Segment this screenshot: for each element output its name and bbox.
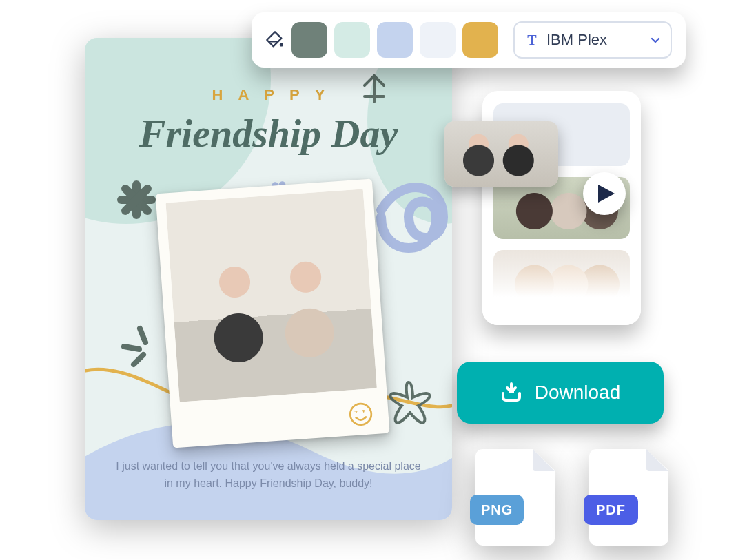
download-label: Download: [535, 382, 621, 404]
dragged-photo-thumb[interactable]: [444, 121, 558, 187]
download-icon: [500, 382, 522, 403]
color-swatch-2[interactable]: [334, 22, 370, 58]
export-format-pdf[interactable]: PDF: [589, 449, 668, 546]
media-thumb-group-2[interactable]: [493, 250, 630, 313]
download-button[interactable]: Download: [457, 362, 664, 424]
chevron-down-icon: [650, 34, 661, 45]
png-badge: PNG: [470, 495, 524, 525]
svg-line-8: [134, 355, 143, 364]
color-swatch-4[interactable]: [420, 22, 456, 58]
color-swatch-5[interactable]: [462, 22, 498, 58]
svg-line-7: [124, 346, 139, 349]
font-selected-label: IBM Plex: [546, 31, 607, 49]
style-toolbar: T IBM Plex: [252, 12, 686, 68]
export-format-png[interactable]: PNG: [475, 449, 555, 546]
svg-point-12: [280, 43, 283, 46]
greeting-card-canvas[interactable]: HAPPY Friendship Day ♥ I just wanted to …: [85, 38, 452, 520]
smiley-heart-eyes-icon: [347, 401, 374, 427]
friends-photo: [165, 189, 377, 402]
card-message-text: I just wanted to tell you that you've al…: [112, 458, 424, 492]
file-fold-icon: [533, 449, 555, 471]
svg-line-6: [140, 329, 145, 342]
polaroid-photo-frame[interactable]: [155, 178, 389, 448]
svg-rect-13: [509, 390, 514, 393]
color-swatch-3[interactable]: [377, 22, 413, 58]
pdf-badge: PDF: [584, 495, 638, 525]
font-family-select[interactable]: T IBM Plex: [513, 21, 672, 59]
play-icon: [597, 183, 616, 204]
text-tool-icon: T: [524, 32, 540, 48]
color-swatch-1[interactable]: [291, 22, 327, 58]
play-video-button[interactable]: [583, 172, 626, 215]
svg-point-11: [349, 403, 372, 426]
card-title-friendship: Friendship Day: [85, 110, 452, 156]
paint-bucket-icon[interactable]: [265, 30, 285, 50]
card-title-happy: HAPPY: [85, 86, 452, 104]
file-fold-icon: [646, 449, 668, 471]
